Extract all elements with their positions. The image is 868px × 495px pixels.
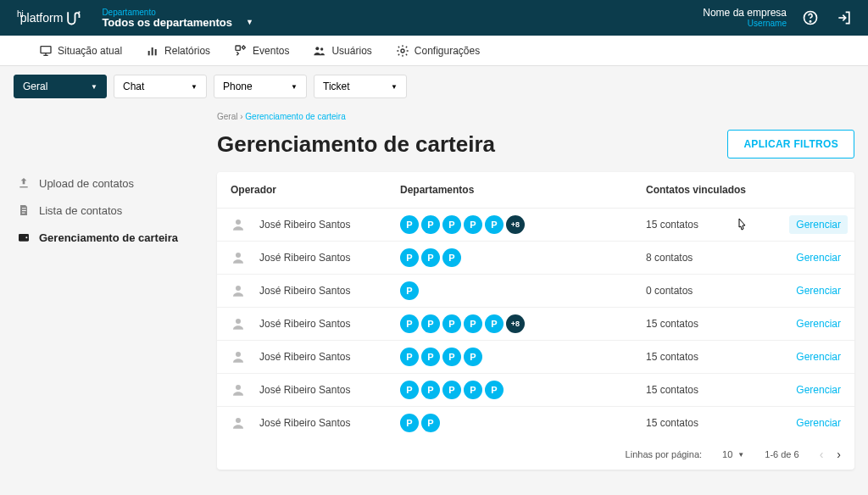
gear-icon — [396, 44, 409, 58]
pagination-range: 1-6 de 6 — [765, 449, 798, 459]
svg-rect-13 — [22, 210, 26, 211]
tab-situacao[interactable]: Situação atual — [27, 36, 134, 65]
tab-eventos[interactable]: Eventos — [222, 36, 301, 65]
filter-row: Geral▼ Chat▼ Phone▼ Ticket▼ — [0, 66, 868, 107]
main-content: Geral › Gerenciamento de carteira Gerenc… — [217, 107, 854, 470]
sidebar-item-upload[interactable]: Upload de contatos — [14, 170, 217, 197]
prev-page-button[interactable]: ‹ — [820, 448, 824, 461]
chevron-down-icon: ▼ — [291, 83, 298, 91]
help-icon[interactable] — [800, 8, 821, 28]
dept-chip: P — [485, 381, 504, 399]
upload-icon — [17, 176, 31, 190]
svg-point-20 — [236, 319, 241, 324]
filter-ticket[interactable]: Ticket▼ — [314, 75, 407, 98]
main-tabs: Situação atual Relatórios Eventos Usuári… — [0, 36, 868, 66]
tab-usuarios[interactable]: Usuários — [301, 36, 383, 65]
wallet-icon — [17, 231, 31, 244]
svg-rect-3 — [41, 46, 51, 53]
manage-link[interactable]: Gerenciar — [796, 384, 841, 396]
contacts-count: 15 contatos — [646, 384, 773, 396]
filter-phone[interactable]: Phone▼ — [214, 75, 307, 98]
sidebar: Upload de contatos Lista de contatos Ger… — [14, 107, 217, 470]
filter-chat[interactable]: Chat▼ — [114, 75, 207, 98]
sidebar-item-gerenciamento[interactable]: Gerenciamento de carteira — [14, 224, 217, 251]
svg-point-8 — [316, 47, 320, 50]
svg-rect-7 — [236, 46, 240, 50]
dept-chip: P — [485, 215, 504, 234]
dept-chip: P — [421, 381, 440, 399]
svg-point-17 — [236, 220, 241, 225]
dept-chip-more[interactable]: +8 — [506, 314, 525, 333]
person-icon — [231, 250, 246, 265]
manage-link[interactable]: Gerenciar — [796, 252, 841, 264]
dept-chip: P — [442, 215, 461, 234]
logout-icon[interactable] — [834, 8, 854, 28]
dept-chip: P — [400, 314, 419, 333]
filter-geral[interactable]: Geral▼ — [14, 75, 107, 98]
manage-link[interactable]: Gerenciar — [796, 318, 841, 330]
chevron-down-icon: ▼ — [246, 18, 253, 26]
svg-rect-12 — [22, 208, 26, 209]
person-icon — [231, 217, 246, 232]
dept-chip: P — [464, 348, 482, 366]
dept-chip: P — [421, 248, 440, 267]
manage-link[interactable]: Gerenciar — [796, 351, 841, 363]
dept-chip: P — [442, 314, 461, 333]
dept-chip: P — [400, 381, 419, 399]
dept-chip: P — [442, 381, 461, 399]
rows-per-page-selector[interactable]: 10▼ — [722, 449, 744, 459]
chevron-down-icon: ▼ — [737, 451, 744, 459]
apply-filters-button[interactable]: APLICAR FILTROS — [727, 130, 854, 159]
page-title: Gerenciamento de carteira — [217, 131, 495, 158]
chevron-down-icon: ▼ — [391, 83, 398, 91]
dept-chip: P — [442, 248, 461, 267]
table-row: José Ribeiro Santos PP 15 contatos Geren… — [217, 407, 854, 439]
sidebar-item-lista[interactable]: Lista de contatos — [14, 197, 217, 224]
svg-point-16 — [25, 236, 27, 238]
tab-relatorios[interactable]: Relatórios — [134, 36, 222, 65]
company-info: Nome da empresa Username — [703, 7, 787, 29]
table-row: José Ribeiro Santos PPP 8 contatos Geren… — [217, 242, 854, 275]
table-row: José Ribeiro Santos PPPPP+8 15 contatos … — [217, 308, 854, 341]
tab-configuracoes[interactable]: Configurações — [384, 36, 492, 65]
breadcrumb: Geral › Gerenciamento de carteira — [217, 107, 854, 126]
dept-chip: P — [421, 215, 440, 234]
table-row: José Ribeiro Santos P 0 contatos Gerenci… — [217, 275, 854, 308]
monitor-icon — [39, 44, 53, 58]
department-selector[interactable]: Todos os departamentos▼ — [102, 16, 703, 29]
chevron-down-icon: ▼ — [191, 83, 198, 91]
chevron-down-icon: ▼ — [91, 83, 97, 91]
svg-rect-4 — [148, 51, 150, 55]
dept-chip: P — [464, 381, 482, 399]
next-page-button[interactable]: › — [837, 448, 841, 461]
svg-point-2 — [810, 20, 810, 21]
operator-name: José Ribeiro Santos — [259, 417, 350, 429]
users-icon — [313, 44, 326, 58]
svg-point-23 — [236, 418, 241, 423]
dept-chip: P — [442, 348, 461, 366]
dept-chip: P — [400, 248, 419, 267]
svg-point-9 — [320, 47, 323, 50]
contacts-count: 15 contatos — [646, 351, 773, 363]
manage-link[interactable]: Gerenciar — [796, 285, 841, 297]
dept-chip: P — [400, 281, 419, 300]
logo: hi platform — [14, 9, 81, 26]
svg-point-19 — [236, 286, 241, 291]
table-row: José Ribeiro Santos PPPP 15 contatos Ger… — [217, 341, 854, 374]
svg-point-0 — [79, 11, 81, 13]
manage-link[interactable]: Gerenciar — [796, 417, 841, 429]
person-icon — [231, 349, 246, 364]
svg-rect-14 — [22, 213, 25, 214]
table-row: José Ribeiro Santos PPPPP+8 15 contatos … — [217, 209, 854, 242]
department-block: Departamento Todos os departamentos▼ — [102, 8, 703, 29]
pagination: Linhas por página: 10▼ 1-6 de 6 ‹ › — [217, 439, 854, 470]
logo-icon — [64, 9, 81, 26]
breadcrumb-current[interactable]: Gerenciamento de carteira — [245, 112, 345, 121]
manage-link[interactable]: Gerenciar — [789, 215, 848, 234]
dept-chip: P — [485, 314, 504, 333]
dept-chip-more[interactable]: +8 — [506, 215, 525, 234]
table-header: Operador Departamentos Contatos vinculad… — [217, 172, 854, 209]
person-icon — [231, 283, 246, 298]
dept-chip: P — [400, 215, 419, 234]
chart-icon — [146, 44, 159, 58]
